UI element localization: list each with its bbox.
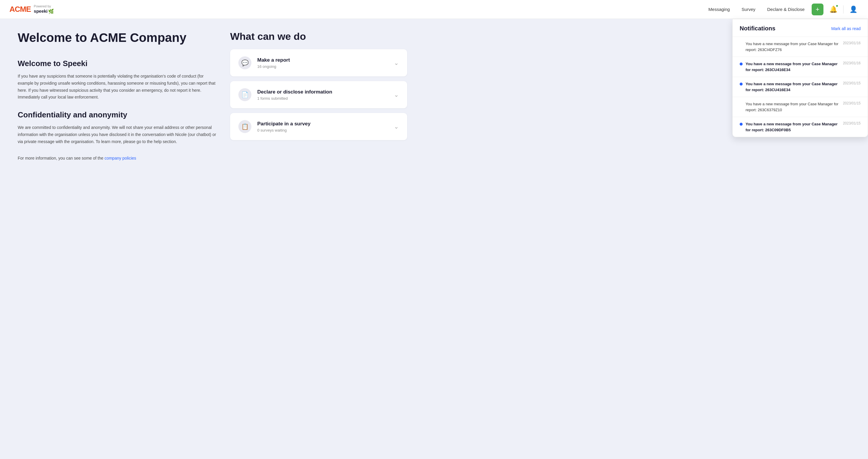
card-content: Declare or disclose information 1 forms …	[257, 89, 332, 100]
notification-body: You have a new message from your Case Ma…	[746, 41, 861, 53]
notification-date: 2023/01/16	[843, 41, 861, 45]
notification-dot	[740, 101, 743, 104]
welcome-speeki-text: If you have any suspicions that someone …	[18, 73, 218, 101]
declare-disclose-link[interactable]: Declare & Disclose	[767, 7, 805, 12]
add-button[interactable]: +	[812, 4, 824, 16]
notification-text: You have a new message from your Case Ma…	[746, 81, 841, 93]
action-card[interactable]: 📄 Declare or disclose information 1 form…	[230, 81, 407, 108]
notifications-panel: Notifications Mark all as read You have …	[732, 19, 868, 137]
card-left: 📋 Participate in a survey 0 surveys wait…	[238, 120, 310, 133]
speeki-leaf-icon: 🌿	[48, 8, 54, 14]
bell-badge	[836, 4, 838, 7]
more-info-text: For more information, you can see some o…	[18, 155, 218, 162]
notification-dot	[740, 41, 743, 44]
welcome-speeki-title: Welcome to Speeki	[18, 59, 218, 68]
card-left: 💬 Make a report 16 ongoing	[238, 56, 290, 69]
notification-date: 2023/01/15	[843, 81, 861, 85]
card-icon: 💬	[238, 56, 251, 69]
card-subtitle: 0 surveys waiting	[257, 128, 310, 132]
notification-text: You have a new message from your Case Ma…	[746, 41, 841, 53]
survey-link[interactable]: Survey	[742, 7, 755, 12]
notification-date: 2023/01/15	[843, 101, 861, 105]
notification-text: You have a new message from your Case Ma…	[746, 121, 841, 133]
user-button[interactable]: 👤	[848, 4, 859, 14]
notification-item[interactable]: You have a new message from your Case Ma…	[733, 117, 868, 137]
card-title: Make a report	[257, 57, 290, 63]
right-column: What can we do 💬 Make a report 16 ongoin…	[230, 31, 407, 171]
card-title: Declare or disclose information	[257, 89, 332, 95]
notification-item[interactable]: You have a new message from your Case Ma…	[733, 57, 868, 77]
notification-body: You have a new message from your Case Ma…	[746, 121, 861, 133]
notification-dot	[740, 123, 743, 126]
notification-date: 2023/01/15	[843, 121, 861, 125]
card-icon: 📋	[238, 120, 251, 133]
card-icon: 📄	[238, 88, 251, 101]
nav-divider	[843, 5, 843, 13]
nav-actions: + 🔔 👤	[812, 4, 859, 16]
company-policies-link[interactable]: company policies	[104, 156, 136, 160]
card-subtitle: 16 ongoing	[257, 64, 290, 69]
card-content: Make a report 16 ongoing	[257, 57, 290, 69]
notification-dot	[740, 63, 743, 65]
notification-text: You have a new message from your Case Ma…	[746, 101, 841, 113]
bell-button[interactable]: 🔔	[828, 4, 838, 14]
notifications-title: Notifications	[740, 25, 775, 32]
messaging-link[interactable]: Messaging	[708, 7, 730, 12]
nav-links: Messaging Survey Declare & Disclose	[708, 7, 805, 12]
left-column: Welcome to ACME Company Welcome to Speek…	[18, 31, 218, 171]
notification-body: You have a new message from your Case Ma…	[746, 61, 861, 72]
mark-all-read-button[interactable]: Mark all as read	[831, 26, 861, 31]
action-card[interactable]: 📋 Participate in a survey 0 surveys wait…	[230, 113, 407, 140]
notification-date: 2023/01/16	[843, 61, 861, 65]
notifications-list: You have a new message from your Case Ma…	[733, 37, 868, 137]
confidentiality-title: Confidentiality and anonymity	[18, 110, 218, 120]
chevron-down-icon: ⌄	[394, 91, 399, 98]
notification-item[interactable]: You have a new message from your Case Ma…	[733, 97, 868, 117]
cards-list: 💬 Make a report 16 ongoing ⌄ 📄 Declare o…	[230, 49, 407, 140]
notification-body: You have a new message from your Case Ma…	[746, 81, 861, 93]
card-left: 📄 Declare or disclose information 1 form…	[238, 88, 332, 101]
confidentiality-text: We are committed to confidentiality and …	[18, 124, 218, 145]
logo-area: ACME Powered by speeki🌿	[9, 4, 54, 14]
navbar: ACME Powered by speeki🌿 Messaging Survey…	[0, 0, 868, 19]
chevron-down-icon: ⌄	[394, 59, 399, 66]
action-card[interactable]: 💬 Make a report 16 ongoing ⌄	[230, 49, 407, 76]
notification-text: You have a new message from your Case Ma…	[746, 61, 841, 72]
chevron-down-icon: ⌄	[394, 123, 399, 130]
page-title: Welcome to ACME Company	[18, 31, 218, 45]
notification-item[interactable]: You have a new message from your Case Ma…	[733, 77, 868, 97]
card-title: Participate in a survey	[257, 121, 310, 127]
notification-body: You have a new message from your Case Ma…	[746, 101, 861, 113]
acme-logo: ACME	[9, 5, 31, 14]
card-content: Participate in a survey 0 surveys waitin…	[257, 121, 310, 132]
notification-dot	[740, 83, 743, 86]
speeki-logo-area: Powered by speeki🌿	[34, 4, 54, 14]
notification-item[interactable]: You have a new message from your Case Ma…	[733, 37, 868, 57]
what-can-title: What can we do	[230, 31, 407, 42]
card-subtitle: 1 forms submitted	[257, 96, 332, 100]
powered-by-label: Powered by speeki🌿	[34, 4, 54, 14]
notifications-header: Notifications Mark all as read	[733, 19, 868, 37]
